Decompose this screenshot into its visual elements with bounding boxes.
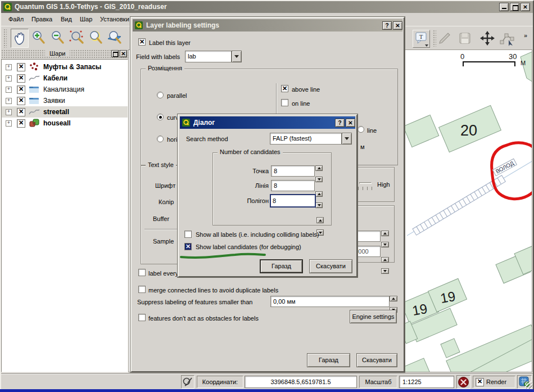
placement-group-label: Розміщення [146, 65, 184, 71]
maximize-icon [513, 5, 518, 11]
labeling-dialog-titlebar[interactable]: Layer labeling settings ? ✕ [133, 19, 402, 31]
scale-input[interactable] [400, 376, 456, 388]
layer-visibility-checkbox[interactable] [17, 74, 25, 83]
scale-bar-unit: М [521, 60, 526, 66]
menu-view[interactable]: Вид [61, 16, 72, 22]
toolbar-overflow-chevron[interactable]: » [524, 32, 527, 39]
maximize-button[interactable] [510, 3, 519, 11]
minimize-button[interactable] [499, 3, 509, 11]
render-checkbox[interactable] [476, 378, 484, 386]
expand-icon[interactable]: + [6, 75, 12, 82]
layer-visibility-checkbox[interactable] [17, 108, 25, 116]
layer-visibility-checkbox[interactable] [17, 85, 25, 94]
layer-visibility-checkbox[interactable] [17, 63, 25, 71]
close-dialog-button[interactable]: ✕ [346, 119, 355, 127]
engine-ok-button[interactable]: Гаразд [260, 259, 303, 273]
engine-cancel-button[interactable]: Скасувати [309, 259, 352, 273]
close-panel-button[interactable]: ✕ [120, 50, 127, 57]
layer-label[interactable]: Заявки [43, 97, 65, 105]
help-button[interactable]: ? [382, 21, 392, 30]
zoom-last-button[interactable] [87, 29, 105, 48]
search-method-combobox[interactable]: FALP (fastest) [270, 133, 342, 145]
menu-file[interactable]: Файл [8, 16, 24, 22]
field-combobox-arrow[interactable] [232, 51, 242, 62]
status-extents-button[interactable] [181, 375, 194, 389]
layer-label[interactable]: Канализация [43, 85, 84, 93]
engine-settings-button[interactable]: Engine settings [350, 310, 397, 323]
expand-icon[interactable]: + [6, 87, 12, 93]
menu-layer[interactable]: Шар [80, 16, 92, 22]
scale-min-spin-down[interactable] [381, 242, 389, 247]
scale-min-spin-up[interactable] [381, 231, 389, 236]
zoom-in-button[interactable] [30, 29, 48, 48]
toolbar-grip[interactable] [3, 29, 7, 48]
labeling-cancel-button[interactable]: Скасувати [356, 353, 397, 367]
help-button[interactable]: ? [335, 119, 345, 127]
layer-label[interactable]: houseall [43, 119, 71, 127]
layers-panel-header[interactable]: Шари ✕ [1, 49, 128, 59]
show-all-labels-checkbox[interactable] [184, 231, 192, 238]
label-every-checkbox[interactable] [138, 269, 146, 276]
layer-visibility-checkbox[interactable] [17, 97, 25, 105]
suppress-spin-up[interactable] [390, 296, 397, 301]
priority-slider-track[interactable] [359, 182, 372, 184]
point-candidates-input[interactable] [271, 166, 316, 176]
window-titlebar[interactable]: Quantum GIS 1.5.0-Tethys - GIS_2010_read… [1, 1, 533, 13]
expand-icon[interactable]: + [6, 120, 12, 127]
resize-grip[interactable] [525, 381, 532, 389]
menu-edit[interactable]: Правка [31, 16, 52, 22]
float-panel-button[interactable] [111, 50, 119, 57]
scale-max-spin-down[interactable] [381, 268, 389, 274]
coordinates-toggle[interactable]: Координати: [197, 376, 243, 388]
line-radio[interactable] [357, 126, 364, 133]
horizontal-radio[interactable] [157, 136, 164, 142]
layer-row-zayavki[interactable]: + Заявки [2, 95, 128, 106]
layer-row-houseall[interactable]: + houseall [2, 118, 128, 129]
zoom-out-button[interactable] [49, 29, 67, 48]
layer-row-kabeli[interactable]: + Кабели [2, 73, 128, 84]
on-line-checkbox[interactable] [281, 99, 288, 106]
label-this-layer-checkbox[interactable] [138, 38, 146, 46]
polygon-spin-up[interactable] [316, 217, 324, 223]
zoom-full-button[interactable] [68, 29, 86, 48]
move-feature-button[interactable] [479, 30, 497, 48]
above-line-checkbox[interactable] [281, 85, 288, 92]
show-candidates-checkbox[interactable] [184, 243, 192, 250]
scale-max-spin-up[interactable] [381, 257, 389, 263]
parallel-radio[interactable] [157, 92, 164, 98]
node-tool-button[interactable] [499, 30, 517, 48]
stop-render-button[interactable] [456, 375, 470, 389]
zoom-layer-button[interactable] [106, 29, 124, 48]
layer-label[interactable]: Муфты & Запасы [43, 63, 101, 71]
field-combobox[interactable]: lab [185, 51, 232, 62]
layer-visibility-checkbox[interactable] [17, 119, 25, 128]
expand-icon[interactable]: + [6, 109, 12, 115]
engine-dialog-titlebar[interactable]: Діалог ? ✕ [180, 116, 355, 129]
layer-row-kanalizacia[interactable]: + Канализация [2, 84, 128, 95]
layer-row-streetall[interactable]: + streetall [2, 106, 128, 118]
obstacles-checkbox[interactable] [138, 314, 146, 321]
layer-label[interactable]: Кабели [43, 74, 67, 82]
close-button[interactable]: ✕ [521, 3, 530, 11]
coordinates-input[interactable] [245, 376, 356, 388]
folder-icon [29, 85, 40, 94]
layer-label[interactable]: streetall [43, 108, 69, 116]
move-arrows-icon [479, 30, 496, 47]
save-button[interactable] [458, 31, 473, 47]
measure-button[interactable] [437, 31, 453, 47]
menu-settings[interactable]: Установки [100, 16, 129, 22]
curved-radio[interactable] [157, 114, 164, 120]
expand-icon[interactable]: + [6, 98, 12, 104]
search-method-arrow[interactable] [342, 133, 352, 145]
close-dialog-button[interactable]: ✕ [393, 21, 402, 30]
pan-map-button[interactable] [11, 29, 29, 48]
text-annotation-button[interactable]: T [413, 30, 430, 48]
merge-lines-checkbox[interactable] [138, 286, 146, 293]
layer-row-mufty[interactable]: + Муфты & Запасы [2, 61, 128, 73]
labeling-ok-button[interactable]: Гаразд [307, 353, 350, 367]
line-candidates-input[interactable] [271, 181, 316, 191]
expand-icon[interactable]: + [6, 64, 12, 70]
polygon-candidates-input[interactable] [271, 195, 316, 206]
suppress-input[interactable] [271, 296, 391, 307]
point-spin-up[interactable] [315, 165, 323, 171]
